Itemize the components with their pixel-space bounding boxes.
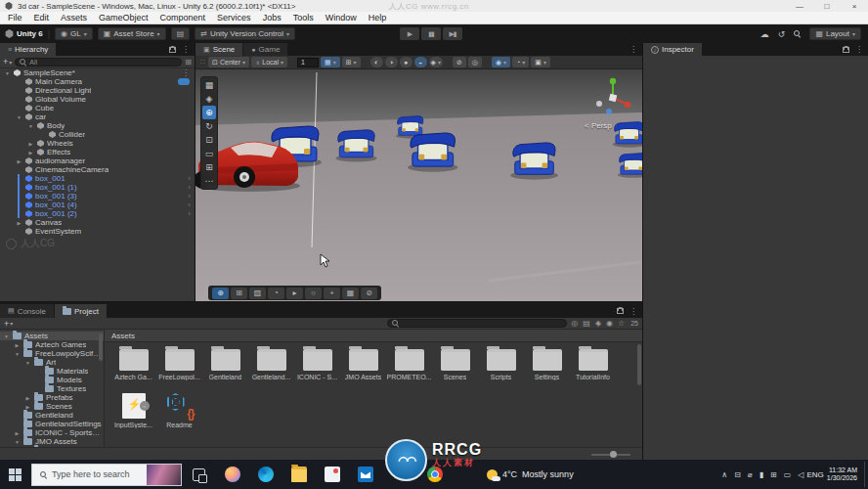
hierarchy-item-box-001-2[interactable]: box_001 (2)› — [0, 209, 195, 218]
project-tree-item-gentlelandsettings[interactable]: GentlelandSettings — [0, 420, 104, 428]
overlays-button[interactable]: ▣▾ — [531, 57, 550, 67]
asset-folder-gentleland[interactable]: Gentleland... — [248, 344, 294, 389]
lock-icon[interactable] — [843, 47, 849, 53]
file-explorer-app-icon[interactable] — [291, 467, 307, 482]
notification-muted-icon[interactable]: ⌀ — [748, 470, 753, 479]
tab-hierarchy[interactable]: ≡ Hierarchy — [0, 43, 57, 56]
view-2d-button[interactable]: ◑ — [385, 57, 398, 67]
kebab-menu-icon[interactable]: ⋮ — [182, 45, 190, 54]
menu-component[interactable]: Component — [154, 13, 212, 22]
orientation-mode-dropdown[interactable]: ♁ Local ▾ — [251, 57, 287, 67]
lighting-toggle-button[interactable]: ● — [400, 57, 412, 67]
tab-inspector[interactable]: i Inspector — [643, 43, 703, 56]
project-search-input[interactable] — [387, 319, 567, 328]
scene-visibility-button[interactable]: ◔▾ — [512, 57, 529, 67]
task-view-button[interactable] — [193, 468, 205, 481]
prefab-chevron-icon[interactable]: › — [188, 174, 193, 183]
snap-increment-input[interactable]: 1 — [297, 58, 319, 67]
project-tree-item-models[interactable]: Models — [0, 376, 104, 384]
hierarchy-item-box-001-4[interactable]: box_001 (4)› — [0, 200, 195, 209]
hierarchy-item-global-volume[interactable]: Global Volume — [0, 95, 195, 104]
kebab-menu-icon[interactable]: ⋮ — [629, 45, 637, 54]
display-icon[interactable]: ▭ — [784, 470, 792, 479]
add-object-button[interactable]: +▾ — [3, 57, 12, 67]
taskbar-search-input[interactable]: Type here to search — [31, 464, 182, 486]
zoom-overlay-button[interactable]: ○ — [305, 288, 322, 299]
camera-toggle-icon[interactable] — [178, 78, 190, 85]
asset-store-button[interactable]: ▣ Asset Store ▾ — [98, 27, 166, 40]
kebab-menu-icon[interactable]: ⋮ — [855, 45, 863, 54]
asset-folder-scripts[interactable]: Scripts — [478, 344, 524, 389]
expand-arrow-icon[interactable]: ▼ — [14, 439, 21, 445]
treasure-chest[interactable] — [408, 133, 457, 172]
favorites-icon[interactable]: ☆ — [618, 319, 625, 328]
scene-viewport[interactable]: ▦◈⊕↻⊡▭⊞⋯ ⊕⊞▨◔▸○+▦⊘ < Persp — [195, 69, 642, 301]
orbit-overlay-button[interactable]: ◔ — [268, 288, 284, 299]
expand-arrow-icon[interactable]: ▼ — [3, 333, 10, 339]
hierarchy-item-cinemachinecamera[interactable]: CinemachineCamera — [0, 165, 195, 174]
hierarchy-item-audiomanager[interactable]: ▶audiomanager — [0, 156, 195, 165]
signal-overlay-button[interactable]: ▸ — [286, 288, 303, 299]
rotate-tool[interactable]: ↻ — [202, 119, 216, 133]
globe-overlay-button[interactable]: ⊘ — [361, 288, 377, 299]
hierarchy-item-car[interactable]: ▼car — [0, 112, 195, 121]
asset-file-readme[interactable]: {}Readme — [156, 389, 202, 434]
treasure-chest[interactable] — [618, 154, 642, 178]
asset-folder-freelowpol[interactable]: FreeLowpol... — [156, 344, 202, 389]
move-overlay-button[interactable]: ⊕ — [212, 288, 229, 299]
package-visibility-icon[interactable]: ▤ — [583, 319, 590, 328]
hierarchy-item-eventsystem[interactable]: EventSystem — [0, 227, 195, 236]
package-manager-button[interactable]: ▤ — [171, 27, 191, 40]
prefab-chevron-icon[interactable]: › — [188, 183, 193, 192]
grid-snap-button[interactable]: ◎ — [468, 57, 482, 67]
mail-app-icon[interactable] — [358, 467, 373, 482]
copilot-app-icon[interactable] — [225, 467, 240, 482]
kebab-menu-icon[interactable]: ⋮ — [182, 68, 193, 77]
taskbar-clock[interactable]: 11:32 AM 1/30/2026 — [827, 467, 857, 482]
collapse-arrow-icon[interactable]: ▶ — [27, 150, 34, 156]
perspective-label[interactable]: < Persp — [585, 121, 612, 130]
hand-tool[interactable]: ◈ — [202, 92, 216, 106]
menu-gameobject[interactable]: GameObject — [93, 13, 154, 22]
hierarchy-item-directional-light[interactable]: Directional Light — [0, 86, 195, 95]
menu-edit[interactable]: Edit — [28, 13, 56, 22]
expand-arrow-icon[interactable]: ▼ — [24, 360, 31, 366]
screen-overlay-button[interactable]: ⊞ — [231, 288, 247, 299]
tab-game[interactable]: ● Game — [243, 43, 288, 56]
expand-arrow-icon[interactable]: ▼ — [4, 70, 11, 76]
project-tree-item-aztech-games[interactable]: ▶Aztech Games — [0, 340, 104, 349]
menu-window[interactable]: Window — [320, 13, 363, 22]
project-tree-item-freelowpolyscifiobj[interactable]: ▼FreeLowpolyScifiObj — [0, 349, 104, 358]
tab-console[interactable]: ▤ Console — [0, 304, 55, 318]
project-tree-item-iconic-sports-car[interactable]: ▶ICONIC - Sports Car — [0, 428, 104, 437]
menu-assets[interactable]: Assets — [55, 13, 93, 22]
collapse-arrow-icon[interactable]: ▶ — [16, 158, 22, 164]
expand-arrow-icon[interactable]: ▼ — [16, 114, 22, 120]
prefab-chevron-icon[interactable]: › — [188, 209, 193, 218]
maximize-button[interactable]: □ — [813, 0, 841, 12]
hierarchy-item-wheels[interactable]: ▶Wheels — [0, 139, 195, 148]
asset-folder-aztech-ga[interactable]: Aztech Ga... — [110, 344, 156, 389]
shading-mode-button[interactable]: ◐ — [370, 57, 383, 67]
hidden-objects-button[interactable]: ⊘ — [453, 57, 466, 67]
hierarchy-item-cube[interactable]: Cube — [0, 104, 195, 112]
collapse-arrow-icon[interactable]: ▶ — [14, 342, 21, 348]
weather-widget[interactable]: 4°C Mostly sunny — [487, 469, 574, 480]
play-button[interactable]: ▶ — [400, 27, 419, 40]
project-tree-item-jmo-assets[interactable]: ▼JMO Assets — [0, 437, 104, 446]
expand-arrow-icon[interactable]: ▼ — [27, 123, 34, 129]
expand-arrow-icon[interactable]: ▼ — [14, 351, 21, 357]
menu-help[interactable]: Help — [363, 13, 393, 22]
hierarchy-item-main-camera[interactable]: Main Camera — [0, 77, 195, 86]
pause-button[interactable]: ▮▮ — [421, 27, 441, 40]
asset-folder-prometeo[interactable]: PROMETEO... — [386, 344, 432, 389]
snap-settings-button[interactable]: ⊞▾ — [342, 57, 361, 67]
photos-app-icon[interactable] — [325, 467, 340, 482]
content-scrollbar[interactable] — [637, 344, 641, 385]
icon-size-slider-thumb[interactable] — [610, 451, 617, 458]
project-tree-item-materials[interactable]: Materials — [0, 367, 104, 376]
tray-expand-icon[interactable]: ∧ — [721, 470, 727, 479]
kebab-menu-icon[interactable]: ⋮ — [629, 307, 637, 316]
create-asset-button[interactable]: +▾ — [4, 319, 13, 329]
type-filter-icon[interactable]: ◉ — [606, 319, 613, 328]
